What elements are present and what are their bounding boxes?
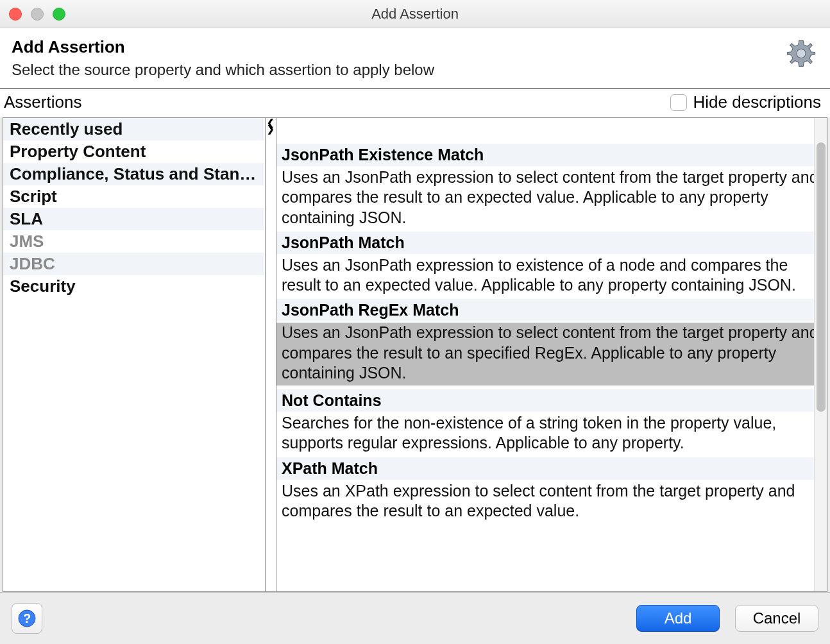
gear-icon: [784, 37, 818, 72]
assertion-item[interactable]: JsonPath MatchUses an JsonPath expressio…: [276, 232, 827, 300]
assertion-list: JsonPath Existence MatchUses an JsonPath…: [276, 118, 827, 591]
category-item[interactable]: SLA: [3, 208, 265, 230]
help-icon: ?: [17, 609, 37, 628]
assertion-title: JsonPath RegEx Match: [276, 299, 827, 321]
category-item[interactable]: Script: [3, 185, 265, 208]
category-item: JMS: [3, 230, 265, 253]
assertion-item[interactable]: XPath MatchUses an XPath expression to s…: [276, 457, 827, 525]
assertion-item[interactable]: JsonPath RegEx MatchUses an JsonPath exp…: [276, 299, 827, 389]
dialog-footer: ? Add Cancel: [0, 592, 830, 644]
window-title: Add Assertion: [0, 6, 830, 22]
svg-text:?: ?: [23, 611, 31, 625]
assertion-description: Uses an JsonPath expression to select co…: [282, 323, 822, 383]
toolbar: Assertions Hide descriptions: [0, 89, 830, 117]
scrollbar-thumb[interactable]: [817, 142, 826, 412]
category-list: Recently usedProperty ContentCompliance,…: [3, 118, 265, 591]
assertion-item[interactable]: Not ContainsSearches for the non-existen…: [276, 389, 827, 457]
assertion-title: JsonPath Existence Match: [276, 144, 827, 166]
svg-point-0: [797, 49, 806, 58]
assertion-title: Not Contains: [276, 389, 827, 412]
assertions-label: Assertions: [4, 92, 81, 112]
content-area: Recently usedProperty ContentCompliance,…: [3, 117, 827, 592]
assertion-title: JsonPath Match: [276, 232, 827, 254]
scrollbar-track[interactable]: [814, 118, 827, 591]
assertion-description: Searches for the non-existence of a stri…: [282, 413, 822, 453]
category-item: JDBC: [3, 253, 265, 275]
dialog-subtitle: Select the source property and which ass…: [12, 61, 434, 79]
category-item[interactable]: Recently used: [3, 118, 265, 140]
assertion-description: Uses an XPath expression to select conte…: [282, 481, 822, 521]
add-button[interactable]: Add: [636, 605, 720, 632]
hide-descriptions-checkbox[interactable]: [670, 94, 687, 111]
dialog-title: Add Assertion: [12, 37, 434, 57]
titlebar: Add Assertion: [0, 0, 830, 28]
hide-descriptions-label: Hide descriptions: [693, 92, 821, 112]
assertion-description: Uses an JsonPath expression to existence…: [282, 255, 822, 296]
help-button[interactable]: ?: [12, 603, 42, 634]
zoom-window-button[interactable]: [53, 8, 65, 21]
assertion-title: XPath Match: [276, 457, 827, 480]
category-item[interactable]: Property Content: [3, 140, 265, 163]
splitter-handle[interactable]: ❮ ❯: [265, 118, 276, 591]
dialog-header: Add Assertion Select the source property…: [0, 28, 830, 89]
cancel-button[interactable]: Cancel: [735, 605, 818, 632]
close-window-button[interactable]: [9, 8, 22, 21]
assertion-description: Uses an JsonPath expression to select co…: [282, 167, 822, 228]
category-item[interactable]: Compliance, Status and Stand…: [3, 163, 265, 185]
category-item[interactable]: Security: [3, 275, 265, 298]
assertion-item[interactable]: JsonPath Existence MatchUses an JsonPath…: [276, 144, 827, 232]
hide-descriptions-toggle[interactable]: Hide descriptions: [670, 92, 821, 112]
window-controls: [0, 8, 65, 21]
chevron-right-icon: ❯: [267, 126, 275, 132]
minimize-window-button[interactable]: [31, 8, 44, 21]
